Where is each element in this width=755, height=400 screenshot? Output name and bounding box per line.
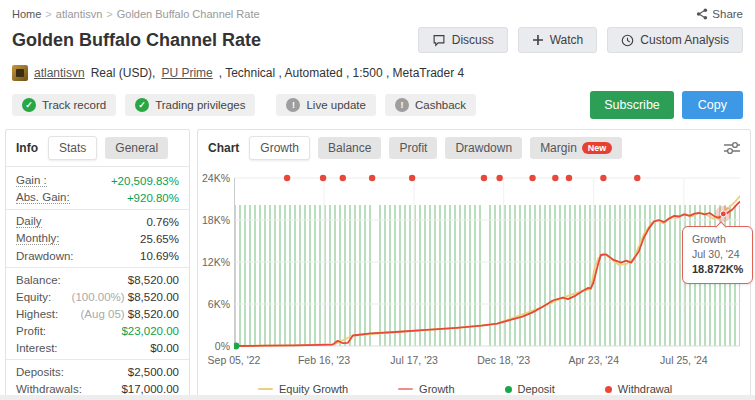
copy-button[interactable]: Copy (682, 91, 743, 119)
plus-icon (532, 34, 544, 46)
marker-dot (720, 211, 726, 217)
discuss-icon (432, 34, 446, 47)
growth-chart: 24K%18K%12K%6K%0% Growth Jul 30, '24 18.… (198, 168, 750, 354)
watch-label: Watch (550, 33, 584, 47)
legend-label: Deposit (518, 383, 555, 395)
stat-row-daily: Daily0.76% (16, 213, 179, 230)
badge-live-update[interactable]: !Live update (276, 94, 375, 116)
badge-cashback[interactable]: !Cashback (385, 94, 476, 116)
stat-label: Equity: (16, 291, 51, 303)
broker-link[interactable]: PU Prime (161, 66, 212, 80)
stat-label: Interest: (16, 342, 58, 354)
share-button[interactable]: Share (696, 8, 743, 20)
badge-trading-privileges[interactable]: ✓Trading privileges (125, 94, 255, 116)
withdrawal-dot (481, 175, 487, 181)
stat-value: +920.80% (127, 192, 179, 204)
stat-label[interactable]: Monthly: (16, 232, 59, 245)
badges-row: ✓Track record✓Trading privileges!Live up… (0, 81, 755, 119)
stat-row-interest: Interest:$0.00 (16, 339, 179, 356)
chart-y-axis: 24K%18K%12K%6K%0% (198, 168, 234, 354)
stat-row-monthly: Monthly:25.65% (16, 230, 179, 247)
withdrawal-dot (529, 175, 535, 181)
stat-label[interactable]: Daily (16, 215, 42, 228)
chart-legend: Equity GrowthGrowthDepositWithdrawal (258, 383, 750, 395)
chart-tab-margin[interactable]: MarginNew (530, 137, 622, 159)
x-tick-label: Feb 16, '23 (298, 354, 350, 366)
subscribe-button[interactable]: Subscribe (590, 91, 674, 119)
account-username-link[interactable]: atlantisvn (34, 66, 85, 80)
growth-chart-svg (234, 168, 740, 354)
stats-group: Deposits:$2,500.00Withdrawals:$17,000.00 (6, 359, 189, 400)
stat-label: Profit: (16, 325, 46, 337)
header-buttons: Discuss Watch Custom Analysis (418, 27, 743, 53)
chart-tab-balance[interactable]: Balance (318, 137, 381, 159)
chart-settings-icon[interactable] (722, 139, 742, 157)
badge-track-record[interactable]: ✓Track record (12, 94, 116, 116)
x-tick-label: Sep 05, '22 (208, 354, 261, 366)
y-tick-label: 12K% (202, 256, 230, 268)
stat-row-profit: Profit:$23,020.00 (16, 322, 179, 339)
chart-tab-chart[interactable]: Chart (206, 137, 241, 159)
stat-label[interactable]: Gain : (16, 174, 47, 187)
stat-row-equity: Equity:(100.00%) $8,520.00 (16, 288, 179, 305)
stat-label: Withdrawals: (16, 383, 82, 395)
stat-value: $8,520.00 (128, 274, 179, 286)
badge-label: Trading privileges (155, 99, 245, 111)
y-tick-label: 24K% (202, 172, 230, 184)
page-title: Golden Buffalo Channel Rate (12, 30, 261, 51)
stat-value: 0.76% (146, 216, 179, 228)
chart-plot-area[interactable]: Growth Jul 30, '24 18.872K% (234, 168, 740, 354)
withdrawal-dot (340, 175, 346, 181)
account-info-prefix: Real (USD), (91, 66, 156, 80)
withdrawal-dot (369, 175, 375, 181)
chart-tab-drawdown[interactable]: Drawdown (445, 137, 522, 159)
stats-tab-general[interactable]: General (105, 137, 168, 159)
clock-icon (621, 34, 634, 47)
legend-item-deposit[interactable]: Deposit (505, 383, 555, 395)
legend-swatch (605, 386, 612, 393)
legend-item-withdrawal[interactable]: Withdrawal (605, 383, 672, 395)
discuss-button[interactable]: Discuss (418, 27, 508, 53)
badge-label: Live update (306, 99, 365, 111)
chart-x-axis: Sep 05, '22Feb 16, '23Jul 17, '23Dec 18,… (234, 354, 750, 369)
withdrawal-dot (566, 175, 572, 181)
badge-label: Cashback (415, 99, 466, 111)
chart-tab-profit[interactable]: Profit (389, 137, 437, 159)
account-row: atlantisvn Real (USD), PU Prime , Techni… (0, 53, 755, 81)
stat-value: $17,000.00 (121, 383, 179, 395)
deposit-dot (234, 343, 239, 350)
page-bottom-strip (0, 395, 755, 400)
stats-group: Balance:$8,520.00Equity:(100.00%) $8,520… (6, 267, 189, 359)
stat-label[interactable]: Abs. Gain: (16, 191, 70, 204)
withdrawal-dot (284, 175, 290, 181)
stat-row-abs-gain: Abs. Gain:+920.80% (16, 189, 179, 206)
withdrawal-dot (496, 175, 502, 181)
chart-tab-growth[interactable]: Growth (249, 136, 310, 160)
stat-label: Highest: (16, 308, 58, 320)
account-info-suffix: , Technical , Automated , 1:500 , MetaTr… (219, 66, 464, 80)
stat-value: $2,500.00 (128, 366, 179, 378)
stats-tab-info[interactable]: Info (14, 137, 40, 159)
y-tick-label: 18K% (202, 214, 230, 226)
tooltip-value: 18.872K% (692, 262, 743, 278)
breadcrumb-home[interactable]: Home (12, 8, 41, 20)
badge-label: Track record (42, 99, 106, 111)
tab-label: Balance (328, 141, 371, 155)
chart-tooltip: Growth Jul 30, '24 18.872K% (682, 226, 753, 284)
legend-item-growth[interactable]: Growth (398, 383, 454, 395)
withdrawal-dot (600, 175, 606, 181)
main-content: InfoStatsGeneral Gain :+20,509.83%Abs. G… (0, 119, 755, 400)
series-line-equity-growth (234, 196, 740, 346)
x-tick-label: Dec 18, '23 (477, 354, 530, 366)
tooltip-series: Growth (692, 232, 743, 247)
tab-label: Stats (59, 141, 86, 155)
top-bar: Home>atlantisvn>Golden Buffalo Channel R… (0, 0, 755, 20)
breadcrumb-user[interactable]: atlantisvn (56, 8, 102, 20)
custom-analysis-button[interactable]: Custom Analysis (607, 27, 743, 53)
withdrawal-dot (320, 175, 326, 181)
legend-item-equity-growth[interactable]: Equity Growth (258, 383, 348, 395)
check-icon: ✓ (22, 98, 36, 112)
breadcrumb-separator: > (106, 8, 112, 20)
stats-tab-stats[interactable]: Stats (48, 136, 97, 160)
watch-button[interactable]: Watch (518, 27, 598, 53)
